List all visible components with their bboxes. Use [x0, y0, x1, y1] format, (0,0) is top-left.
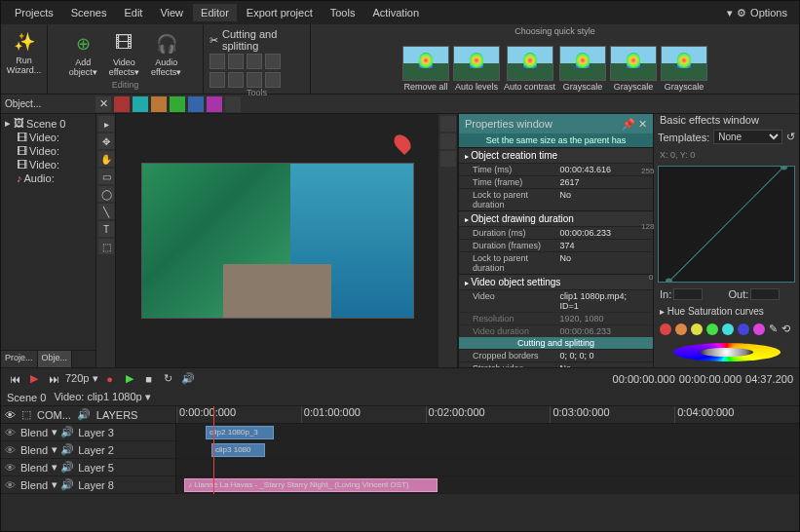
- audio-node[interactable]: ♪ Audio:: [3, 171, 94, 185]
- tool-button[interactable]: [228, 72, 244, 88]
- timeline-ruler[interactable]: 0:00:00:000 0:01:00:000 0:02:00:000 0:03…: [176, 406, 799, 424]
- tool-button[interactable]: [247, 54, 262, 69]
- properties-body[interactable]: Set the same size as the parent has Obje…: [459, 133, 653, 367]
- toolbar-button[interactable]: [170, 96, 185, 112]
- video-frame[interactable]: [141, 163, 414, 319]
- group-video-settings[interactable]: Video object settings: [459, 274, 653, 289]
- eye-icon[interactable]: 👁: [5, 462, 17, 474]
- in-input[interactable]: [673, 288, 703, 300]
- quick-style-auto-levels[interactable]: Auto levels: [453, 46, 500, 92]
- color-dot-magenta[interactable]: [753, 323, 765, 335]
- reset-icon[interactable]: ⟲: [781, 323, 790, 335]
- toolbar-close-icon[interactable]: ✕: [95, 96, 111, 112]
- rect-tool-icon[interactable]: ▭: [98, 169, 114, 184]
- tool-button[interactable]: [210, 72, 225, 88]
- canvas-tool[interactable]: [440, 116, 456, 132]
- move-tool-icon[interactable]: ✥: [98, 133, 114, 149]
- prop-row[interactable]: Time (frame)2617: [459, 175, 653, 188]
- tab-com[interactable]: COM...: [37, 409, 71, 421]
- add-object-button[interactable]: ⊕ Add object▾: [67, 30, 99, 79]
- quick-style-auto-contrast[interactable]: Auto contrast: [504, 46, 555, 92]
- color-dot-green[interactable]: [706, 323, 718, 335]
- tool-button[interactable]: [247, 72, 262, 88]
- menu-activation[interactable]: Activation: [364, 4, 427, 21]
- crop-tool-icon[interactable]: ⬚: [98, 239, 114, 254]
- record-icon[interactable]: ●: [102, 371, 118, 387]
- menu-edit[interactable]: Edit: [116, 4, 150, 21]
- layer-row[interactable]: 👁Blend▾ 🔊Layer 3: [1, 424, 175, 441]
- stop-icon[interactable]: ■: [141, 371, 157, 387]
- color-dot-orange[interactable]: [675, 323, 687, 335]
- color-dot-blue[interactable]: [738, 323, 749, 335]
- tool-button[interactable]: [228, 54, 244, 69]
- quick-style-grayscale[interactable]: Grayscale: [559, 46, 606, 92]
- close-icon[interactable]: ✕: [637, 119, 647, 129]
- tool-button[interactable]: [210, 54, 225, 69]
- tab-project[interactable]: Proje...: [1, 351, 38, 367]
- cutting-splitting-sep[interactable]: Cutting and splitting: [459, 337, 653, 349]
- tool-button[interactable]: [265, 72, 281, 88]
- toolbar-button[interactable]: [114, 96, 130, 112]
- pan-tool-icon[interactable]: ✋: [98, 151, 114, 167]
- run-wizard-button[interactable]: ✨ Run Wizard...: [5, 28, 44, 77]
- color-wheel[interactable]: [673, 343, 781, 361]
- circle-tool-icon[interactable]: ◯: [98, 186, 114, 202]
- toolbar-button[interactable]: [207, 96, 222, 112]
- options-button[interactable]: ▾ ⚙ Options: [727, 7, 793, 19]
- eyedropper-icon[interactable]: ✎: [769, 323, 778, 335]
- templates-select[interactable]: None: [713, 130, 782, 144]
- line-tool-icon[interactable]: ╲: [98, 204, 114, 219]
- eye-icon[interactable]: 👁: [5, 444, 17, 456]
- menu-scenes[interactable]: Scenes: [63, 4, 115, 21]
- curve-editor[interactable]: 255 128 0: [658, 166, 795, 283]
- prop-row[interactable]: Time (ms)00:00:43.616: [459, 163, 653, 175]
- color-dot-red[interactable]: [660, 323, 671, 335]
- toolbar-button[interactable]: [188, 96, 204, 112]
- menu-projects[interactable]: Projects: [7, 4, 61, 21]
- audio-effects-button[interactable]: 🎧 Audio effects▾: [149, 30, 183, 79]
- quick-style-remove-all[interactable]: Remove all: [402, 46, 449, 92]
- pin-icon[interactable]: 📌: [624, 119, 633, 129]
- layer-row[interactable]: 👁Blend▾ 🔊Layer 5: [1, 459, 175, 476]
- group-creation-time[interactable]: Object creation time: [459, 147, 653, 163]
- tab-objects[interactable]: Obje...: [38, 351, 73, 367]
- tool-button[interactable]: [265, 54, 281, 69]
- canvas-tool[interactable]: [440, 151, 456, 167]
- toolbar-button[interactable]: [225, 96, 241, 112]
- play-icon[interactable]: ▶: [26, 371, 42, 387]
- eye-icon[interactable]: 👁: [5, 427, 17, 438]
- eye-icon[interactable]: 👁: [5, 479, 17, 491]
- loop-icon[interactable]: ↻: [161, 371, 176, 387]
- layer-row[interactable]: 👁Blend▾ 🔊Layer 8: [1, 476, 175, 494]
- menu-editor[interactable]: Editor: [193, 4, 237, 21]
- color-dot-cyan[interactable]: [722, 323, 734, 335]
- menu-export[interactable]: Export project: [239, 4, 321, 21]
- playhead[interactable]: [213, 406, 214, 494]
- toolbar-button[interactable]: [133, 96, 148, 112]
- prop-row[interactable]: Duration (frames)374: [459, 239, 653, 251]
- quick-style-grayscale[interactable]: Grayscale: [610, 46, 657, 92]
- prop-row[interactable]: Stretch videoNo: [459, 361, 653, 367]
- clip[interactable]: clip2 1080p_3: [206, 426, 274, 439]
- group-drawing-duration[interactable]: Object drawing duration: [459, 210, 653, 226]
- menu-view[interactable]: View: [152, 4, 191, 21]
- video-node[interactable]: 🎞 Video:: [3, 158, 94, 171]
- prop-row[interactable]: Cropped borders0; 0; 0; 0: [459, 349, 653, 361]
- canvas-tool[interactable]: [440, 133, 456, 149]
- timeline-video-label[interactable]: Video: clip1 1080p ▾: [54, 391, 150, 403]
- video-node[interactable]: 🎞 Video:: [3, 144, 94, 158]
- tab-layers[interactable]: LAYERS: [96, 409, 138, 421]
- reset-icon[interactable]: ↺: [786, 131, 795, 143]
- next-frame-icon[interactable]: ⏭: [46, 371, 61, 387]
- text-tool-icon[interactable]: T: [98, 221, 114, 237]
- clip[interactable]: clip3 1080: [211, 443, 265, 457]
- eye-icon[interactable]: 👁: [5, 409, 16, 421]
- video-effects-button[interactable]: 🎞 Video effects▾: [107, 30, 141, 79]
- color-dot-yellow[interactable]: [691, 323, 703, 335]
- pointer-tool-icon[interactable]: ▸: [98, 116, 114, 132]
- prop-row[interactable]: Lock to parent durationNo: [459, 188, 653, 210]
- prop-row[interactable]: Duration (ms)00:00:06.233: [459, 226, 653, 239]
- parent-size-hint[interactable]: Set the same size as the parent has: [459, 133, 653, 147]
- toolbar-button[interactable]: [151, 96, 167, 112]
- quick-style-grayscale[interactable]: Grayscale: [661, 46, 707, 92]
